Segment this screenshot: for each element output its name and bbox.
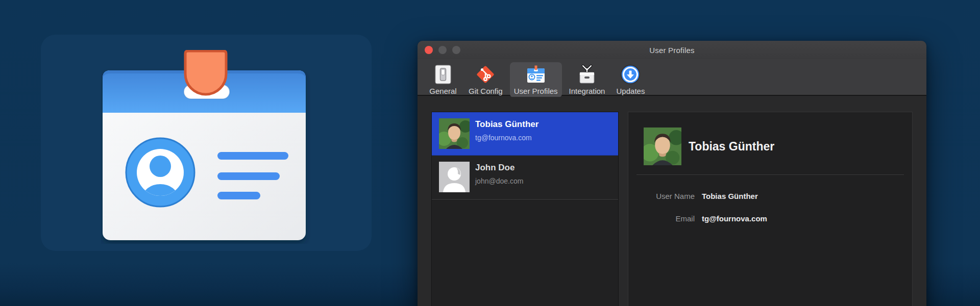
window-titlebar: User Profiles: [418, 41, 926, 59]
tab-general[interactable]: General: [425, 62, 461, 97]
tab-label: Git Config: [469, 87, 503, 95]
tab-label: Updates: [617, 87, 645, 95]
preferences-window: User Profiles General Git C: [418, 41, 926, 306]
profile-photo-tobias: [439, 118, 470, 149]
badge-clip: [185, 51, 226, 94]
tab-integration[interactable]: Integration: [565, 62, 609, 97]
minimize-button[interactable]: [438, 46, 447, 54]
tab-updates[interactable]: Updates: [612, 62, 649, 97]
detail-name: Tobias Günther: [689, 140, 774, 154]
git-icon: [475, 64, 496, 85]
field-label: User Name: [628, 192, 695, 200]
list-divider: [432, 199, 618, 199]
preferences-content: Tobias Günther tg@fournova.com John Doe …: [418, 97, 926, 306]
detail-photo-tobias: [644, 128, 681, 165]
tab-user-profiles[interactable]: User Profiles: [510, 62, 562, 97]
profile-row-john[interactable]: John Doe john@doe.com: [432, 156, 618, 199]
badge-icon: [525, 64, 547, 85]
profile-row-tobias[interactable]: Tobias Günther tg@fournova.com: [432, 112, 618, 156]
field-user-name: User Name Tobias Günther: [628, 190, 912, 202]
tray-icon: [576, 64, 598, 85]
window-title: User Profiles: [649, 46, 694, 55]
field-value: Tobias Günther: [702, 192, 758, 200]
profile-email: tg@fournova.com: [475, 134, 532, 142]
tab-label: Integration: [569, 87, 605, 95]
id-badge-illustration: [101, 50, 310, 244]
profile-name: John Doe: [475, 163, 514, 173]
zoom-button[interactable]: [452, 46, 460, 54]
profile-name: Tobias Günther: [475, 119, 538, 130]
field-value: tg@fournova.com: [702, 214, 767, 223]
field-email: Email tg@fournova.com: [628, 212, 912, 224]
updates-icon: [620, 64, 641, 85]
profile-email: john@doe.com: [475, 177, 523, 185]
detail-divider: [636, 174, 904, 175]
field-label: Email: [628, 214, 695, 223]
profile-list: Tobias Günther tg@fournova.com John Doe …: [431, 112, 619, 306]
tab-git-config[interactable]: Git Config: [464, 62, 507, 97]
profile-detail: Tobias Günther User Name Tobias Günther …: [628, 112, 913, 306]
profile-photo-placeholder: [439, 162, 470, 192]
tab-label: User Profiles: [514, 87, 558, 95]
preferences-toolbar: General Git Config: [418, 59, 926, 96]
tab-label: General: [429, 87, 456, 95]
traffic-lights: [425, 46, 460, 54]
close-button[interactable]: [425, 46, 433, 54]
switch-icon: [432, 64, 454, 85]
